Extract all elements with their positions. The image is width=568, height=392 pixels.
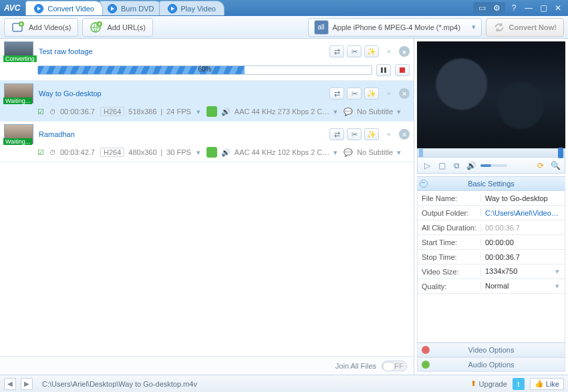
output-folder-field[interactable]: C:\Users\Ariel\Videos\... <box>480 209 565 217</box>
prop-key: Stop Time: <box>418 253 480 261</box>
add-icon[interactable]: + <box>382 45 396 57</box>
prop-key: Start Time: <box>418 238 480 246</box>
chevron-down-icon[interactable]: ▾ <box>333 108 337 116</box>
prop-key: Output Folder: <box>418 209 480 217</box>
add-icon[interactable]: + <box>382 87 396 100</box>
add-videos-button[interactable]: Add Video(s) <box>4 18 78 37</box>
quality-select[interactable]: Normal <box>480 282 565 290</box>
volume-slider[interactable] <box>480 164 507 167</box>
svg-rect-4 <box>381 67 383 73</box>
chevron-down-icon[interactable]: ▾ <box>196 108 200 116</box>
wand-icon[interactable]: ✨ <box>364 128 379 140</box>
duration-label: ⏱ 00:03:42.7 <box>49 148 95 156</box>
remove-icon[interactable]: ✕ <box>399 129 410 140</box>
progress-percent: 60% <box>198 65 211 73</box>
checkbox[interactable]: ☑ <box>37 108 44 116</box>
rotate-icon[interactable]: ⟳ <box>535 160 546 171</box>
codec-label: H264 <box>100 107 124 116</box>
join-files-toggle[interactable]: OFF <box>382 361 407 371</box>
file-item[interactable]: Converting Test raw footage ⇄ ✂ ✨ + ● 60… <box>0 39 414 81</box>
right-pane: ▷ ▢ ⧉ 🔊 ⟳ 🔍 Basic Settings File Name:Way… <box>414 39 568 375</box>
speaker-icon: 🔊 <box>221 148 231 157</box>
help-button[interactable]: ? <box>508 3 520 13</box>
stop-icon[interactable]: ▢ <box>436 160 447 171</box>
wand-icon[interactable]: ✨ <box>364 87 379 100</box>
tab-convert-video[interactable]: Convert Video <box>25 1 103 15</box>
play-icon[interactable]: ▷ <box>422 160 432 171</box>
video-options-header[interactable]: Video Options <box>417 343 565 357</box>
basic-settings-header[interactable]: Basic Settings <box>417 176 565 191</box>
play-icon <box>168 4 177 13</box>
file-name-field[interactable]: Way to Go-desktop <box>480 194 565 202</box>
tab-play-video[interactable]: Play Video <box>159 1 225 15</box>
scissors-icon[interactable]: ✂ <box>347 87 362 100</box>
prop-key: Quality: <box>418 282 480 290</box>
stop-button[interactable] <box>395 64 410 76</box>
prop-key: Video Size: <box>418 268 480 276</box>
collapse-icon[interactable] <box>420 180 428 188</box>
maximize-button[interactable]: ▢ <box>537 3 549 13</box>
subtitle-label: No Subtitle <box>357 148 393 156</box>
file-list-pane: Converting Test raw footage ⇄ ✂ ✨ + ● 60… <box>0 39 414 375</box>
close-button[interactable]: ✕ <box>552 3 564 13</box>
panel-title: Video Options <box>468 346 515 354</box>
subtitle-icon: 💬 <box>343 108 353 116</box>
output-profile-picker[interactable]: all Apple iPhone 6 MPEG-4 Movie (*.mp4) … <box>308 18 482 37</box>
prev-output-button[interactable]: ◀ <box>4 378 16 390</box>
remove-icon[interactable]: ● <box>399 46 410 57</box>
seek-bar[interactable] <box>417 148 565 158</box>
convert-now-button[interactable]: Convert Now! <box>486 18 565 37</box>
resolution-label: 480x360 <box>128 148 156 156</box>
file-item[interactable]: Waiting... Ramadhan ⇄ ✂ ✨ + ✕ ☑ ⏱ 00:03:… <box>0 122 414 162</box>
volume-icon[interactable]: 🔊 <box>466 160 476 171</box>
seek-handle[interactable] <box>558 148 563 158</box>
codec-label: H264 <box>100 148 124 157</box>
tab-label: Burn DVD <box>121 5 154 13</box>
disc-icon <box>108 4 117 13</box>
start-time-field[interactable]: 00:00:00 <box>480 238 565 246</box>
add-icon[interactable]: + <box>382 128 396 140</box>
status-badge-converting: Converting <box>3 55 37 62</box>
video-size-select[interactable]: 1334x750 <box>480 267 565 276</box>
settings-icon[interactable]: ⚙ <box>490 3 503 13</box>
panel-title: Audio Options <box>468 361 514 369</box>
panel-title: Basic Settings <box>468 180 515 188</box>
scissors-icon[interactable]: ✂ <box>347 128 362 140</box>
player-controls: ▷ ▢ ⧉ 🔊 ⟳ 🔍 <box>417 158 565 174</box>
tab-burn-dvd[interactable]: Burn DVD <box>99 1 163 15</box>
thumb-icon: 👍 <box>535 379 544 388</box>
swap-icon[interactable]: ⇄ <box>329 45 344 57</box>
skin-icon[interactable]: ▭ <box>476 3 488 13</box>
refresh-icon <box>493 21 505 33</box>
twitter-button[interactable]: t <box>513 378 525 390</box>
chevron-down-icon[interactable]: ▾ <box>196 148 200 157</box>
convert-icon <box>34 4 43 13</box>
upgrade-link[interactable]: ⬆Upgrade <box>470 379 507 388</box>
status-badge-waiting: Waiting... <box>3 138 32 145</box>
minimize-button[interactable]: — <box>523 3 535 13</box>
file-item[interactable]: Waiting... Way to Go-desktop ⇄ ✂ ✨ + ✕ ☑… <box>0 81 414 122</box>
stop-time-field[interactable]: 00:00:36.7 <box>480 253 565 261</box>
remove-icon[interactable]: ✕ <box>399 88 410 99</box>
speaker-green-icon <box>206 147 217 158</box>
add-urls-button[interactable]: Add URL(s) <box>82 18 152 37</box>
resolution-label: 518x386 <box>128 108 156 116</box>
magnify-icon[interactable]: 🔍 <box>550 160 561 171</box>
next-output-button[interactable]: ▶ <box>21 378 33 390</box>
chevron-down-icon[interactable]: ▾ <box>397 148 401 157</box>
checkbox[interactable]: ☑ <box>37 148 44 157</box>
snapshot-icon[interactable]: ⧉ <box>451 160 462 171</box>
all-clip-duration: 00:00:36.7 <box>480 224 565 232</box>
wand-icon[interactable]: ✨ <box>364 45 379 57</box>
video-preview[interactable] <box>417 41 565 148</box>
file-name-label: Test raw footage <box>39 47 324 55</box>
chevron-down-icon[interactable]: ▾ <box>397 108 401 116</box>
chevron-down-icon[interactable]: ▾ <box>333 148 337 157</box>
swap-icon[interactable]: ⇄ <box>329 87 344 100</box>
facebook-like-button[interactable]: 👍Like <box>530 378 564 390</box>
scissors-icon[interactable]: ✂ <box>347 45 362 57</box>
swap-icon[interactable]: ⇄ <box>329 128 344 140</box>
pause-button[interactable] <box>376 64 391 76</box>
duration-label: ⏱ 00:00:36.7 <box>49 108 95 116</box>
audio-options-header[interactable]: Audio Options <box>417 357 565 372</box>
